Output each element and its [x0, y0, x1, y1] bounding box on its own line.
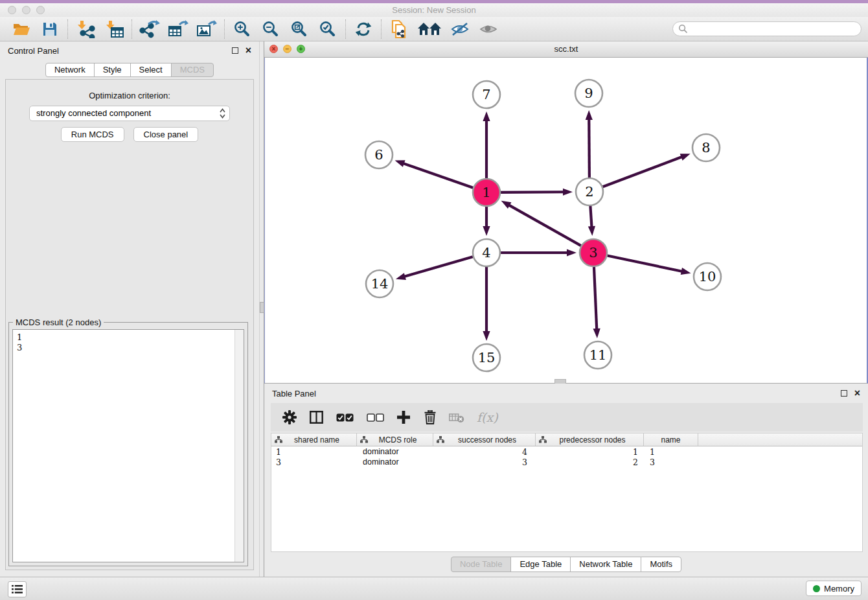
graph-edge-1-2[interactable]	[501, 192, 564, 192]
export-image-button[interactable]	[196, 19, 218, 39]
import-table-button[interactable]	[103, 19, 125, 39]
tab-motifs[interactable]: Motifs	[641, 557, 681, 572]
graph-edge-2-9[interactable]	[589, 119, 589, 178]
close-table-panel-icon[interactable]: ×	[854, 389, 860, 397]
hierarchy-icon	[437, 436, 444, 443]
tab-mcds[interactable]: MCDS	[171, 63, 214, 77]
criterion-dropdown[interactable]: strongly connected component	[29, 106, 230, 121]
graph-edge-3-1[interactable]	[508, 205, 581, 246]
minimize-network-button[interactable]: −	[283, 45, 291, 53]
search-input[interactable]	[691, 23, 861, 36]
result-item[interactable]: 3	[13, 343, 244, 353]
graph-edge-arrow-1-7	[483, 111, 490, 121]
maximize-network-button[interactable]: +	[297, 45, 305, 53]
graph-edge-4-14[interactable]	[404, 257, 472, 277]
node-table[interactable]: shared name MCDS role	[271, 433, 863, 552]
tab-style[interactable]: Style	[94, 63, 131, 77]
graph-edge-3-11[interactable]	[594, 267, 597, 330]
column-header-name[interactable]: name	[644, 433, 698, 446]
table-row[interactable]: 1 dominator 4 1 1	[271, 446, 862, 457]
result-item[interactable]: 1	[13, 330, 244, 343]
result-scrollbar[interactable]	[234, 330, 244, 562]
open-session-button[interactable]	[10, 19, 32, 39]
save-session-button[interactable]	[39, 19, 61, 39]
close-window-button[interactable]	[8, 6, 16, 14]
float-table-panel-icon[interactable]	[841, 390, 847, 397]
memory-button[interactable]: Memory	[806, 581, 862, 596]
tab-edge-table[interactable]: Edge Table	[510, 557, 571, 572]
clone-network-button[interactable]	[388, 19, 410, 39]
zoom-out-icon	[262, 21, 279, 38]
show-all-button[interactable]	[477, 19, 499, 39]
cell-name[interactable]: 3	[644, 457, 698, 467]
tab-node-table[interactable]: Node Table	[451, 557, 512, 572]
select-all-icon	[336, 413, 354, 422]
column-header-mcds-role[interactable]: MCDS role	[357, 433, 433, 446]
cell-mcds-role[interactable]: dominator	[357, 447, 433, 456]
zoom-out-button[interactable]	[260, 19, 282, 39]
network-canvas-svg[interactable]: 7968124314101511	[265, 58, 867, 383]
close-panel-icon[interactable]: ×	[246, 47, 251, 54]
import-table-icon	[104, 20, 124, 38]
divider-grip[interactable]	[260, 302, 264, 313]
cell-shared-name[interactable]: 3	[271, 457, 357, 467]
split-columns-button[interactable]	[308, 409, 324, 426]
add-column-button[interactable]	[396, 409, 411, 426]
cell-mcds-role[interactable]: dominator	[357, 457, 433, 467]
tab-network[interactable]: Network	[45, 63, 95, 77]
cell-name[interactable]: 1	[644, 447, 698, 457]
export-network-button[interactable]	[139, 19, 161, 39]
deselect-all-button[interactable]	[365, 409, 385, 426]
network-window-titlebar[interactable]: × − + scc.txt	[264, 41, 868, 58]
close-panel-button[interactable]: Close panel	[133, 127, 199, 142]
close-network-button[interactable]: ×	[269, 45, 278, 53]
tab-network-table[interactable]: Network Table	[570, 557, 641, 572]
cell-successor-nodes[interactable]: 3	[433, 457, 536, 467]
delete-table-button[interactable]	[449, 409, 464, 426]
cell-shared-name[interactable]: 1	[271, 447, 357, 457]
panel-split-divider[interactable]	[259, 41, 264, 577]
export-table-button[interactable]	[167, 19, 189, 39]
column-header-successor-nodes[interactable]: successor nodes	[433, 433, 536, 446]
mcds-result-list[interactable]: 1 3	[12, 329, 244, 562]
graph-edge-3-10[interactable]	[608, 256, 683, 271]
zoom-selected-button[interactable]	[317, 19, 339, 39]
cell-successor-nodes[interactable]: 4	[433, 447, 536, 457]
refresh-layout-button[interactable]	[352, 19, 374, 39]
delete-button[interactable]	[422, 409, 438, 426]
home-view-button[interactable]	[417, 19, 442, 39]
network-canvas[interactable]: 7968124314101511	[264, 58, 868, 384]
home-view-icon	[417, 21, 442, 37]
delete-table-icon	[449, 412, 464, 423]
hide-selected-button[interactable]	[449, 19, 471, 39]
search-box[interactable]	[672, 21, 862, 36]
function-builder-button[interactable]: f(x)	[477, 410, 498, 424]
zoom-fit-button[interactable]	[288, 19, 310, 39]
graph-node-label-9: 9	[584, 86, 593, 101]
graph-edge-arrow-1-6	[395, 160, 405, 167]
float-panel-icon[interactable]	[232, 47, 238, 54]
graph-edge-arrow-3-1	[501, 201, 512, 209]
import-network-button[interactable]	[74, 19, 97, 39]
column-header-shared-name[interactable]: shared name	[271, 433, 357, 446]
graph-edge-2-8[interactable]	[603, 157, 683, 187]
column-header-predecessor-nodes[interactable]: predecessor nodes	[536, 433, 644, 446]
zoom-window-button[interactable]	[36, 6, 45, 14]
export-image-icon	[196, 20, 217, 38]
run-mcds-button[interactable]: Run MCDS	[61, 127, 124, 142]
graph-edge-arrow-3-10	[681, 268, 691, 275]
task-history-button[interactable]	[8, 581, 27, 597]
zoom-in-button[interactable]	[231, 19, 253, 39]
show-all-icon	[479, 21, 498, 37]
zoom-in-icon	[234, 21, 251, 38]
graph-edge-2-3[interactable]	[590, 206, 591, 227]
cell-predecessor-nodes[interactable]: 2	[536, 457, 644, 467]
select-all-button[interactable]	[335, 409, 354, 426]
minimize-window-button[interactable]	[22, 6, 30, 14]
graph-edge-1-6[interactable]	[403, 163, 473, 188]
tab-select[interactable]: Select	[130, 63, 172, 77]
gear-button[interactable]	[282, 409, 297, 426]
table-row[interactable]: 3 dominator 3 2 3	[271, 457, 862, 467]
graph-node-label-1: 1	[482, 185, 490, 200]
cell-predecessor-nodes[interactable]: 1	[536, 447, 644, 457]
